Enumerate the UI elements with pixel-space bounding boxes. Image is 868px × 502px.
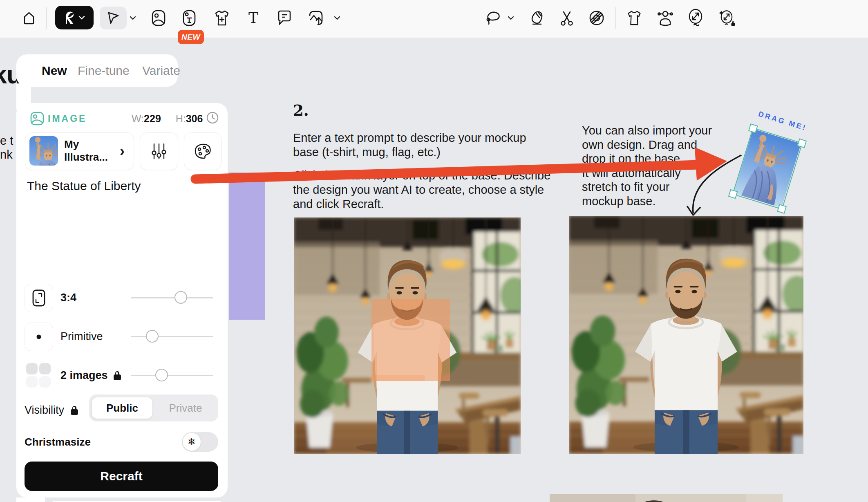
visibility-label: Visibility — [25, 404, 79, 417]
width-label: W: — [132, 113, 144, 124]
history-clock-icon[interactable] — [206, 111, 219, 126]
style-thumbnail — [29, 136, 58, 166]
chevron-down-icon[interactable] — [332, 9, 342, 27]
visibility-private-option[interactable]: Private — [153, 394, 218, 421]
tab-new[interactable]: New — [42, 54, 67, 87]
aspect-ratio-button[interactable] — [25, 284, 53, 312]
chevron-right-icon: › — [120, 143, 125, 160]
resize-handle[interactable] — [777, 204, 787, 214]
new-badge: NEW — [178, 30, 204, 44]
toolbar-divider — [615, 7, 616, 29]
aspect-portrait-icon — [31, 289, 47, 307]
primitive-dot-icon — [35, 333, 43, 341]
recraft-logo — [64, 10, 76, 25]
christmasize-label: Christmasize — [25, 436, 91, 448]
scissors-tool-icon[interactable] — [558, 9, 576, 27]
chevron-down-icon — [78, 16, 85, 20]
resize-handle[interactable] — [728, 189, 738, 199]
toolbar: T — [0, 0, 868, 38]
advanced-settings-button[interactable] — [140, 132, 178, 170]
blank-layer-overlay-fringe — [371, 375, 425, 381]
lock-icon — [113, 370, 122, 381]
blank-layer-overlay[interactable] — [371, 299, 450, 381]
slider-knob[interactable] — [174, 291, 187, 304]
cursor-select-icon — [106, 11, 120, 25]
frame-text-tool-icon[interactable] — [180, 9, 198, 27]
comment-tool-icon[interactable] — [275, 9, 293, 27]
primitive-slider[interactable] — [131, 336, 213, 337]
purple-canvas-shape — [229, 173, 265, 320]
select-tool-button[interactable] — [100, 7, 127, 29]
style-selector-button[interactable]: My Illustra... › — [25, 132, 134, 170]
recraft-submit-button[interactable]: Recraft — [25, 462, 218, 491]
images-grid-icon — [25, 362, 51, 388]
lasso-tool-icon[interactable] — [484, 9, 502, 27]
chevron-down-icon[interactable] — [506, 9, 516, 27]
resize-image-icon[interactable] — [687, 9, 705, 27]
style-detail-button[interactable] — [25, 323, 53, 351]
visibility-segmented-control: Public Private — [89, 394, 218, 421]
toolbar-divider — [46, 7, 47, 29]
eraser-tool-icon[interactable] — [528, 9, 546, 27]
aspect-ratio-label: 3:4 — [60, 284, 76, 312]
mockup-tshirt-icon[interactable] — [625, 9, 643, 27]
image-tool-icon[interactable] — [150, 9, 168, 27]
style-name: My Illustra... — [64, 138, 108, 164]
image-count-button[interactable] — [25, 361, 52, 389]
image-export-tool-icon[interactable] — [307, 9, 325, 27]
snowflake-icon: ❄ — [183, 433, 201, 451]
ai-upscale-lock-icon[interactable] — [718, 9, 736, 27]
tutorial-paragraph-2: Click the blank layer on top of the base… — [293, 168, 550, 211]
visibility-public-option[interactable]: Public — [92, 397, 152, 419]
slider-knob[interactable] — [155, 369, 168, 381]
mannequin-icon[interactable] — [656, 9, 674, 27]
tab-variate[interactable]: Variate — [142, 54, 180, 87]
dimensions-row: W:229 H:306 — [132, 113, 203, 125]
clipped-canvas-text: nk — [0, 148, 13, 161]
section-label: IMAGE — [48, 113, 87, 124]
height-label: H: — [176, 113, 186, 124]
lock-icon — [70, 405, 79, 416]
tutorial-paragraph-1: Enter a text prompt to describe your moc… — [293, 131, 526, 159]
step-number: 2. — [293, 101, 309, 119]
drag-me-label: DRAG ME! — [757, 110, 808, 132]
tshirt-add-tool-icon[interactable] — [213, 9, 231, 27]
recraft-logo-button[interactable] — [55, 6, 94, 29]
text-tool-icon[interactable]: T — [244, 9, 262, 27]
generation-tabs: New Fine-tune Variate — [16, 54, 178, 87]
palette-icon — [194, 143, 212, 160]
svg-text:T: T — [248, 10, 258, 26]
image-count-slider[interactable] — [131, 375, 213, 376]
statue-design-selected[interactable] — [732, 128, 803, 210]
partial-photo[interactable] — [550, 494, 783, 502]
image-count-label: 2 images — [60, 361, 122, 389]
mockup-photo-base[interactable] — [569, 216, 803, 454]
tutorial-side-note: You can also import your own design. Dra… — [582, 123, 712, 208]
image-section-icon — [30, 111, 45, 128]
primitive-label: Primitive — [60, 323, 103, 350]
height-value[interactable]: 306 — [186, 113, 203, 124]
color-palette-button[interactable] — [184, 132, 221, 170]
clipped-canvas-text: e t — [0, 134, 13, 148]
pattern-tool-icon[interactable] — [588, 9, 606, 27]
prompt-input[interactable]: The Statue of Liberty — [27, 179, 207, 193]
next-panel-connector — [16, 498, 45, 502]
tab-fine-tune[interactable]: Fine-tune — [78, 54, 130, 87]
sliders-icon — [151, 142, 167, 160]
chevron-down-icon[interactable] — [128, 9, 138, 27]
slider-knob[interactable] — [146, 330, 159, 343]
christmasize-toggle[interactable]: ❄ — [182, 432, 218, 452]
width-value[interactable]: 229 — [144, 113, 161, 124]
aspect-ratio-slider[interactable] — [131, 297, 213, 298]
home-icon[interactable] — [20, 9, 38, 27]
mockup-photo-with-layer[interactable] — [294, 217, 521, 454]
